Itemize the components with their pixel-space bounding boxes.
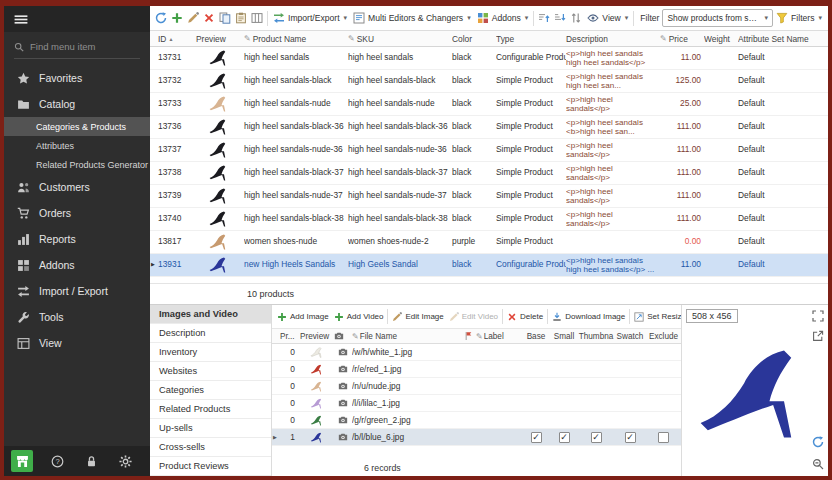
tab-cross-sells[interactable]: Cross-sells bbox=[150, 438, 271, 457]
column-header-weight[interactable]: Weight bbox=[704, 34, 738, 44]
image-column-preview[interactable]: Preview bbox=[300, 332, 334, 341]
add-image-button[interactable]: Add Image bbox=[275, 311, 331, 323]
tab-inventory[interactable]: Inventory bbox=[150, 343, 271, 362]
edit-image-button[interactable]: Edit Image bbox=[390, 311, 445, 323]
add-button[interactable] bbox=[169, 11, 185, 25]
cell-sku: high heel sandals-black bbox=[348, 76, 452, 86]
zoom-out-button[interactable] bbox=[811, 457, 825, 471]
product-row-13732[interactable]: 13732high heel sandals-blackhigh heel sa… bbox=[150, 70, 828, 93]
swatch-checkbox[interactable]: ✓ bbox=[625, 432, 636, 443]
sidebar-search[interactable]: Find menu item bbox=[14, 35, 140, 59]
image-row[interactable]: ▶1/b/l/blue_6.jpg✓✓✓✓ bbox=[272, 429, 681, 446]
tab-related-products[interactable]: Related Products bbox=[150, 400, 271, 419]
column-header-price[interactable]: ✎Price bbox=[660, 34, 704, 44]
menu-filters[interactable]: Filters▾ bbox=[773, 11, 825, 25]
menu-view[interactable]: View▾ bbox=[584, 11, 631, 25]
sidebar-item-import-export[interactable]: Import / Export bbox=[4, 278, 150, 304]
gear-button[interactable] bbox=[116, 451, 136, 471]
copy-button[interactable] bbox=[217, 11, 233, 25]
image-column-swatch[interactable]: Swatch bbox=[614, 332, 646, 341]
image-column-small[interactable]: Small bbox=[550, 332, 578, 341]
lock-button[interactable] bbox=[82, 451, 102, 471]
sidebar-item-orders[interactable]: Orders bbox=[4, 200, 150, 226]
product-row-13733[interactable]: 13733high heel sandals-nudehigh heel san… bbox=[150, 93, 828, 116]
add-video-button[interactable]: Add Video bbox=[332, 311, 386, 323]
tab-product-reviews[interactable]: Product Reviews bbox=[150, 457, 271, 476]
refresh-button[interactable] bbox=[153, 11, 169, 25]
product-row-13817[interactable]: 13817women shoes-nudewomen shoes-nude-2p… bbox=[150, 231, 828, 254]
image-row[interactable]: 0/r/e/red_1.jpg bbox=[272, 361, 681, 378]
product-row-13740[interactable]: 13740high heel sandals-black-38high heel… bbox=[150, 208, 828, 231]
column-header-description[interactable]: Description bbox=[566, 34, 660, 44]
column-header-product-name[interactable]: ✎Product Name bbox=[244, 34, 348, 44]
category-filter-select[interactable]: Show products from selected categories ▾ bbox=[662, 9, 773, 27]
image-row[interactable]: 0/n/u/nude.jpg bbox=[272, 378, 681, 395]
unsort-button[interactable] bbox=[568, 11, 584, 25]
sort-asc-button[interactable] bbox=[536, 11, 552, 25]
set-resize-rule-button[interactable]: Set Resize Rule bbox=[632, 311, 681, 323]
sidebar-item-related-products-generator[interactable]: Related Products Generator bbox=[4, 155, 150, 174]
sidebar-item-tools[interactable]: Tools bbox=[4, 304, 150, 330]
camera-icon bbox=[338, 364, 348, 374]
menu-addons[interactable]: Addons▾ bbox=[474, 11, 532, 25]
sidebar-item-categories-products[interactable]: Categories & Products bbox=[4, 117, 150, 136]
zoom-out-icon bbox=[812, 458, 824, 470]
sidebar-item-view[interactable]: View bbox=[4, 330, 150, 356]
product-row-13738[interactable]: 13738high heel sandals-black-37high heel… bbox=[150, 162, 828, 185]
image-row[interactable]: 0/l/i/lilac_1.jpg bbox=[272, 395, 681, 412]
delete-button[interactable] bbox=[201, 11, 217, 25]
tab-images-and-video[interactable]: Images and Video bbox=[150, 305, 271, 324]
tab-websites[interactable]: Websites bbox=[150, 362, 271, 381]
product-row-13739[interactable]: 13739high heel sandals-nude-37high heel … bbox=[150, 185, 828, 208]
sidebar-item-favorites[interactable]: Favorites bbox=[4, 65, 150, 91]
refresh-button[interactable] bbox=[811, 435, 825, 449]
download-image-button[interactable]: Download Image bbox=[550, 311, 627, 323]
sidebar-item-catalog[interactable]: Catalog bbox=[4, 91, 150, 117]
column-header-id[interactable]: ID▲ bbox=[158, 34, 196, 44]
small-checkbox[interactable]: ✓ bbox=[559, 432, 570, 443]
tab-up-sells[interactable]: Up-sells bbox=[150, 419, 271, 438]
thumbnail-checkbox[interactable]: ✓ bbox=[591, 432, 602, 443]
image-column-label[interactable]: ✎Label bbox=[476, 332, 522, 341]
image-column-exclude[interactable]: Exclude bbox=[646, 332, 681, 341]
help-button[interactable]: ? bbox=[47, 451, 67, 471]
exclude-checkbox[interactable] bbox=[658, 432, 669, 443]
product-row-13737[interactable]: 13737high heel sandals-nude-36high heel … bbox=[150, 139, 828, 162]
menu-import-export[interactable]: Import/Export▾ bbox=[270, 11, 350, 25]
product-row-13736[interactable]: 13736high heel sandals-black-36high heel… bbox=[150, 116, 828, 139]
delete-button[interactable]: Delete bbox=[505, 311, 545, 323]
edit-button[interactable] bbox=[185, 11, 201, 25]
sidebar-item-customers[interactable]: Customers bbox=[4, 174, 150, 200]
image-row[interactable]: 0/w/h/white_1.jpg bbox=[272, 344, 681, 361]
columns-button[interactable] bbox=[249, 11, 265, 25]
product-row-13731[interactable]: 13731high heel sandalshigh heel sandalsb… bbox=[150, 47, 828, 70]
sidebar-item-attributes[interactable]: Attributes bbox=[4, 136, 150, 155]
image-row[interactable]: 0/g/r/green_2.jpg bbox=[272, 412, 681, 429]
base-checkbox[interactable]: ✓ bbox=[531, 432, 542, 443]
image-column-thumbna[interactable]: Thumbna bbox=[578, 332, 614, 341]
image-column-pr[interactable]: Pr... bbox=[280, 332, 300, 341]
cell-file-name: /g/r/green_2.jpg bbox=[352, 415, 464, 425]
column-header-type[interactable]: Type bbox=[496, 34, 566, 44]
hamburger-icon[interactable] bbox=[14, 14, 28, 25]
column-header-sku[interactable]: ✎SKU bbox=[348, 34, 452, 44]
store-button[interactable] bbox=[11, 450, 33, 472]
expand-button[interactable] bbox=[811, 309, 825, 323]
image-column-icon[interactable] bbox=[464, 331, 476, 341]
external-link-button[interactable] bbox=[811, 329, 825, 343]
image-column-icon[interactable] bbox=[334, 331, 352, 341]
product-row-13931[interactable]: ▶13931new High Heels SandalsHigh Geels S… bbox=[150, 254, 828, 277]
image-column-base[interactable]: Base bbox=[522, 332, 550, 341]
column-header-color[interactable]: Color bbox=[452, 34, 496, 44]
tab-categories[interactable]: Categories bbox=[150, 381, 271, 400]
column-header-attribute-set-name[interactable]: Attribute Set Name bbox=[738, 34, 816, 44]
sidebar-item-addons[interactable]: Addons bbox=[4, 252, 150, 278]
sort-desc-button[interactable] bbox=[552, 11, 568, 25]
column-header-preview[interactable]: Preview bbox=[196, 34, 244, 44]
import-export-icon bbox=[273, 12, 285, 24]
sidebar-item-reports[interactable]: Reports bbox=[4, 226, 150, 252]
paste-button[interactable] bbox=[233, 11, 249, 25]
tab-description[interactable]: Description bbox=[150, 324, 271, 343]
menu-multi-editors-changers[interactable]: Multi Editors & Changers▾ bbox=[350, 11, 474, 25]
image-column-file-name[interactable]: ✎File Name bbox=[352, 332, 464, 341]
